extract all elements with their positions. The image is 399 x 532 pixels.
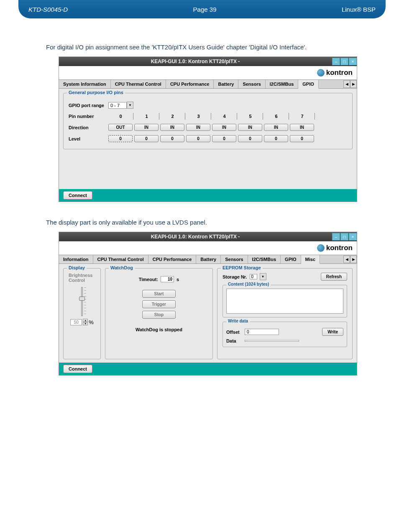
trigger-button[interactable]: Trigger <box>142 300 176 308</box>
direction-button[interactable]: IN <box>212 124 236 131</box>
tab-next-icon[interactable]: ▶ <box>350 256 357 263</box>
data-label: Data <box>226 338 242 343</box>
level-button[interactable]: 0 <box>108 135 133 142</box>
direction-button[interactable]: IN <box>290 124 314 131</box>
tab-cpu-thermal-control[interactable]: CPU Thermal Control <box>111 80 166 88</box>
minimize-icon[interactable]: – <box>332 233 340 240</box>
display-title: Display <box>67 265 87 270</box>
close-icon[interactable]: × <box>349 233 357 240</box>
content-fieldset: Content (1024 bytes) <box>223 285 347 317</box>
titlebar: KEAPI-GUI 1.0: Kontron KTT20/pITX - – □ … <box>59 232 357 241</box>
tab-cpu-performance[interactable]: CPU Performance <box>148 255 197 263</box>
tab-gpio[interactable]: GPIO <box>281 255 301 263</box>
level-button[interactable]: 0 <box>238 135 262 142</box>
port-range-select[interactable]: 0 - 7 <box>108 102 127 109</box>
tab-bar: InformationCPU Thermal ControlCPU Perfor… <box>59 255 357 264</box>
pin-header: 5 <box>238 113 263 120</box>
tab-next-icon[interactable]: ▶ <box>350 80 357 88</box>
chevron-up-icon[interactable]: ▲ <box>83 319 88 322</box>
level-button[interactable]: 0 <box>160 135 184 142</box>
tab-battery[interactable]: Battery <box>196 255 221 263</box>
port-range-label: GPIO port range <box>69 103 108 108</box>
tab-prev-icon[interactable]: ◀ <box>343 80 350 88</box>
maximize-icon[interactable]: □ <box>340 58 348 65</box>
storage-select[interactable]: 0 <box>250 274 257 279</box>
chevron-down-icon[interactable]: ▼ <box>260 273 266 280</box>
product: Linux® BSP <box>342 6 376 13</box>
eeprom-title: EEPROM Storage <box>221 265 263 270</box>
kontron-icon <box>317 244 325 252</box>
chevron-down-icon[interactable]: ▼ <box>127 102 133 109</box>
brand-bar: kontron <box>59 241 357 255</box>
tab-sensors[interactable]: Sensors <box>221 255 248 263</box>
slider-thumb[interactable] <box>79 297 85 301</box>
window-title: KEAPI-GUI 1.0: Kontron KTT20/pITX - <box>59 59 332 64</box>
slider-track[interactable] <box>81 287 83 316</box>
brand-text: kontron <box>326 244 353 252</box>
connect-button[interactable]: Connect <box>63 365 92 373</box>
eeprom-fieldset: EEPROM Storage Storage Nr. 0▼ Refresh Co… <box>217 268 353 359</box>
direction-button[interactable]: IN <box>186 124 210 131</box>
direction-button[interactable]: IN <box>238 124 262 131</box>
watchdog-status: WatchDog is stopped <box>110 327 207 332</box>
misc-panel: Display Brightness Control 50 ▲▼ % Watch… <box>59 264 357 363</box>
doc-id: KTD-S0045-D <box>28 6 68 13</box>
level-button[interactable]: 0 <box>264 135 288 142</box>
chevron-down-icon[interactable]: ▼ <box>83 322 88 325</box>
tab-cpu-thermal-control[interactable]: CPU Thermal Control <box>93 255 148 263</box>
tab-i2c-smbus[interactable]: I2C/SMBus <box>248 255 281 263</box>
app-window-misc: KEAPI-GUI 1.0: Kontron KTT20/pITX - – □ … <box>59 232 357 376</box>
brightness-slider[interactable]: 50 ▲▼ % <box>69 287 95 325</box>
stop-button[interactable]: Stop <box>142 311 176 319</box>
connect-bar: Connect <box>59 363 357 375</box>
direction-button[interactable]: IN <box>264 124 288 131</box>
pin-number-label: Pin number <box>69 114 108 119</box>
tab-prev-icon[interactable]: ◀ <box>343 256 350 263</box>
connect-bar: Connect <box>59 189 357 202</box>
level-button[interactable]: 0 <box>186 135 210 142</box>
storage-label: Storage Nr. <box>223 274 247 279</box>
display-fieldset: Display Brightness Control 50 ▲▼ % <box>63 268 101 359</box>
pin-header: 4 <box>212 113 237 120</box>
direction-button[interactable]: OUT <box>108 124 133 131</box>
tab-bar: System InformationCPU Thermal ControlCPU… <box>59 79 357 89</box>
content-box[interactable] <box>226 289 343 314</box>
tab-gpio[interactable]: GPIO <box>298 80 319 89</box>
timeout-input[interactable]: 10 <box>161 276 174 282</box>
start-button[interactable]: Start <box>142 290 176 298</box>
tab-cpu-performance[interactable]: CPU Performance <box>166 80 214 88</box>
data-input[interactable] <box>245 340 299 342</box>
tab-system-information[interactable]: System Information <box>59 80 111 88</box>
direction-button[interactable]: IN <box>160 124 184 131</box>
tab-information[interactable]: Information <box>59 255 93 263</box>
window-title: KEAPI-GUI 1.0: Kontron KTT20/pITX - <box>59 234 332 240</box>
app-window-gpio: KEAPI-GUI 1.0: Kontron KTT20/pITX - – □ … <box>59 56 357 202</box>
connect-button[interactable]: Connect <box>63 191 92 200</box>
brand-logo: kontron <box>317 244 353 252</box>
gpio-panel: General purpose I/O pins GPIO port range… <box>59 89 357 189</box>
maximize-icon[interactable]: □ <box>340 233 348 240</box>
fieldset-title: General purpose I/O pins <box>67 90 125 95</box>
tab-sensors[interactable]: Sensors <box>238 80 265 88</box>
write-button[interactable]: Write <box>322 328 343 336</box>
minimize-icon[interactable]: – <box>332 58 340 65</box>
pin-header: 6 <box>264 113 289 120</box>
spinner-buttons[interactable]: ▲▼ <box>83 319 88 325</box>
close-icon[interactable]: × <box>349 58 357 65</box>
write-fieldset: Write data Offset 0 Write Data <box>223 322 347 347</box>
brightness-label: Brightness Control <box>69 273 95 283</box>
tab-i2c-smbus[interactable]: I2C/SMBus <box>266 80 298 88</box>
tab-misc[interactable]: Misc <box>301 255 320 264</box>
pin-header: 2 <box>160 113 185 120</box>
kontron-icon <box>317 69 325 77</box>
brightness-value[interactable]: 50 <box>70 319 82 325</box>
level-button[interactable]: 0 <box>134 135 159 142</box>
level-button[interactable]: 0 <box>212 135 236 142</box>
tab-battery[interactable]: Battery <box>214 80 238 88</box>
brand-bar: kontron <box>59 66 357 79</box>
offset-input[interactable]: 0 <box>245 329 279 335</box>
direction-button[interactable]: IN <box>134 124 159 131</box>
write-title: Write data <box>226 319 250 323</box>
level-button[interactable]: 0 <box>290 135 314 142</box>
refresh-button[interactable]: Refresh <box>321 273 347 281</box>
